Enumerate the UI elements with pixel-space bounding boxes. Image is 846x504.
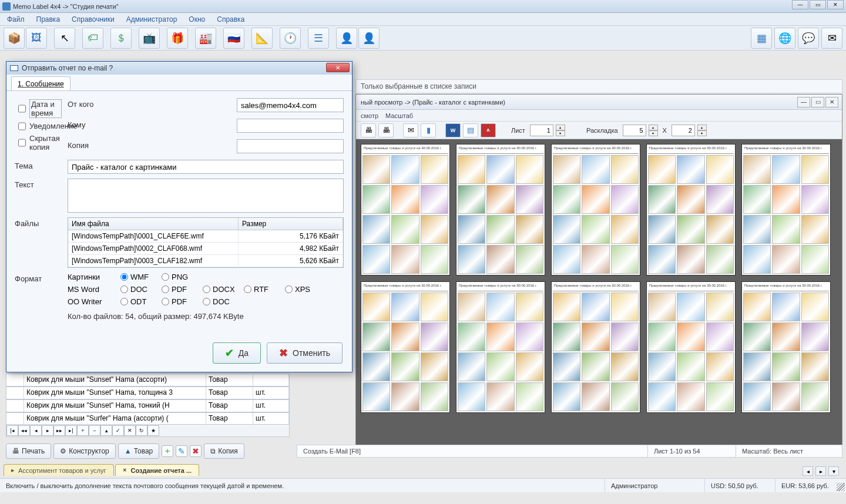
radio-xps[interactable]: XPS — [285, 285, 326, 294]
nav-refresh-button[interactable]: ↻ — [136, 425, 147, 436]
tab-assortment[interactable]: ▸ Ассортимент товаров и услуг — [4, 464, 114, 476]
edit-button[interactable]: ✎ — [176, 445, 187, 457]
radio-odt[interactable]: ODT — [120, 297, 162, 306]
goods-button[interactable]: ▲Товар — [118, 443, 160, 459]
preview-sheet-spinner[interactable]: ▴▾ — [556, 125, 565, 136]
nav-last-button[interactable]: ▸| — [65, 425, 77, 436]
from-input[interactable] — [237, 98, 344, 112]
toolbar-tag-icon[interactable]: 🏷 — [82, 28, 103, 49]
preview-book-icon[interactable]: ▮ — [421, 123, 436, 137]
add-button[interactable]: ＋ — [162, 445, 173, 457]
nav-delete-button[interactable]: − — [89, 425, 100, 436]
toolbar-flag-icon[interactable]: 🇷🇺 — [223, 28, 244, 49]
page-thumbnail[interactable]: Предлагаемые товары и услуги на 30.00.20… — [456, 144, 545, 275]
toolbar-box-icon[interactable]: 📦 — [4, 28, 25, 49]
cancel-button[interactable]: ✖Отменить — [267, 342, 343, 364]
delete-button[interactable]: ✖ — [190, 445, 202, 457]
files-table-row[interactable]: [WindowsTempPath]\0001_CLAEF6E.wmf5,176 … — [68, 230, 343, 243]
preview-rows-spinner[interactable]: ▴▾ — [697, 125, 707, 136]
preview-minimize-button[interactable]: — — [797, 97, 810, 107]
radio-oo-pdf[interactable]: PDF — [162, 297, 203, 306]
preview-layout-cols-input[interactable] — [623, 125, 646, 136]
tabs-scroll-right-button[interactable]: ▸ — [815, 466, 826, 476]
nav-next-button[interactable]: ▸ — [42, 425, 53, 436]
toolbar-list-icon[interactable]: ☰ — [308, 28, 329, 49]
tab-close-icon[interactable]: ✕ — [123, 468, 127, 473]
menu-admin[interactable]: Администратор — [122, 14, 182, 25]
radio-oo-doc[interactable]: DOC — [203, 297, 244, 306]
body-textarea[interactable] — [68, 179, 344, 213]
files-table-row[interactable]: [WindowsTempPath]\0002_CLAF068.wmf4,982 … — [68, 243, 343, 255]
preview-menu-view[interactable]: смотр — [361, 112, 378, 119]
dialog-close-button[interactable]: ✕ — [326, 63, 350, 72]
check-bcc-box[interactable] — [18, 139, 26, 147]
dialog-titlebar[interactable]: Отправить отчет по e-mail ? ✕ — [6, 62, 352, 75]
check-date-time[interactable]: Дата и время — [18, 99, 62, 118]
radio-doc[interactable]: DOC — [120, 285, 162, 294]
toolbar-tv-icon[interactable]: 📺 — [139, 28, 160, 49]
table-row[interactable]: Коврик для мыши "Sunset" Hama, толщина 3… — [6, 387, 290, 399]
toolbar-chat-icon[interactable]: 💬 — [798, 28, 819, 49]
radio-wmf[interactable]: WMF — [120, 273, 162, 281]
menu-file[interactable]: Файл — [2, 14, 29, 25]
nav-prev-page-button[interactable]: ◂◂ — [18, 425, 30, 436]
menu-window[interactable]: Окно — [184, 14, 210, 25]
nav-bookmark-button[interactable]: ★ — [147, 425, 159, 436]
page-thumbnail[interactable]: Предлагаемые товары и услуги на 30.00.20… — [361, 144, 450, 275]
spinner-down-icon[interactable]: ▾ — [649, 130, 658, 136]
designer-button[interactable]: ⚙Конструктор — [53, 443, 115, 459]
maximize-button[interactable]: ▭ — [810, 0, 826, 9]
files-th-name[interactable]: Имя файла — [68, 218, 239, 230]
toolbar-factory-icon[interactable]: 🏭 — [195, 28, 216, 49]
check-date-time-box[interactable] — [18, 105, 26, 113]
yes-button[interactable]: ✔Да — [213, 342, 261, 364]
preview-pages-grid[interactable]: Предлагаемые товары и услуги на 30.00.20… — [356, 139, 842, 451]
close-button[interactable]: ✕ — [827, 0, 844, 9]
radio-docx[interactable]: DOCX — [203, 285, 244, 294]
table-row[interactable]: Коврик для мыши "Sunset" Hama (ассорти)Т… — [6, 374, 290, 387]
toolbar-mail-icon[interactable]: ✉ — [821, 28, 842, 49]
page-thumbnail[interactable]: Предлагаемые товары и услуги на 30.00.20… — [646, 281, 736, 413]
subject-input[interactable] — [68, 160, 344, 174]
nav-next-page-button[interactable]: ▸▸ — [53, 425, 65, 436]
menu-help[interactable]: Справка — [212, 14, 249, 25]
preview-word-icon[interactable]: W — [445, 123, 461, 137]
check-notify-box[interactable] — [18, 122, 26, 130]
preview-menu-scale[interactable]: Масштаб — [385, 112, 413, 119]
toolbar-stamp-icon[interactable]: ▦ — [751, 28, 772, 49]
menu-references[interactable]: Справочники — [67, 14, 119, 25]
preview-maximize-button[interactable]: ▭ — [811, 97, 824, 107]
nav-cancel-button[interactable]: ✕ — [124, 425, 136, 436]
toolbar-album-icon[interactable]: 🖼 — [26, 28, 47, 49]
preview-email-icon[interactable]: ✉ — [403, 123, 418, 137]
nav-prev-button[interactable]: ◂ — [30, 425, 42, 436]
toolbar-user-female-icon[interactable]: 👤 — [358, 28, 380, 49]
copy-button[interactable]: ⧉Копия — [204, 443, 244, 459]
toolbar-pointer-icon[interactable]: ↖ — [54, 28, 75, 49]
spinner-down-icon[interactable]: ▾ — [556, 130, 565, 136]
nav-first-button[interactable]: |◂ — [6, 425, 18, 436]
check-bcc[interactable]: Скрытая копия — [18, 134, 62, 152]
nav-post-button[interactable]: ✓ — [112, 425, 124, 436]
cc-input[interactable] — [237, 139, 344, 153]
preview-pdf-icon[interactable]: A — [481, 123, 496, 137]
radio-pdf[interactable]: PDF — [162, 285, 203, 294]
nav-add-button[interactable]: + — [77, 425, 89, 436]
preview-print-cancel-icon[interactable]: 🖶 — [378, 123, 394, 137]
page-thumbnail[interactable]: Предлагаемые товары и услуги на 30.00.20… — [551, 144, 640, 275]
dialog-tab-message[interactable]: 1. Сообщение — [11, 76, 70, 90]
radio-png[interactable]: PNG — [162, 273, 203, 281]
page-thumbnail[interactable]: Предлагаемые товары и услуги на 30.00.20… — [361, 281, 450, 413]
toolbar-gift-icon[interactable]: 🎁 — [167, 28, 188, 49]
radio-rtf[interactable]: RTF — [244, 285, 285, 294]
files-th-size[interactable]: Размер — [239, 218, 343, 230]
preview-cols-spinner[interactable]: ▴▾ — [649, 125, 658, 136]
tab-report[interactable]: ✕ Создание отчета ... — [115, 464, 200, 476]
table-row[interactable]: Коврик для мыши "Surfer" Hama (ассорти) … — [6, 412, 290, 425]
page-thumbnail[interactable]: Предлагаемые товары и услуги на 30.00.20… — [741, 144, 831, 275]
spinner-up-icon[interactable]: ▴ — [649, 125, 658, 130]
table-row[interactable]: Коврик для мыши "Sunset" Hama, тонкий (Н… — [6, 399, 290, 412]
toolbar-ruler-icon[interactable]: 📐 — [251, 28, 273, 49]
toolbar-globe-icon[interactable]: 🌐 — [774, 28, 795, 49]
toolbar-clock-icon[interactable]: 🕐 — [280, 28, 301, 49]
